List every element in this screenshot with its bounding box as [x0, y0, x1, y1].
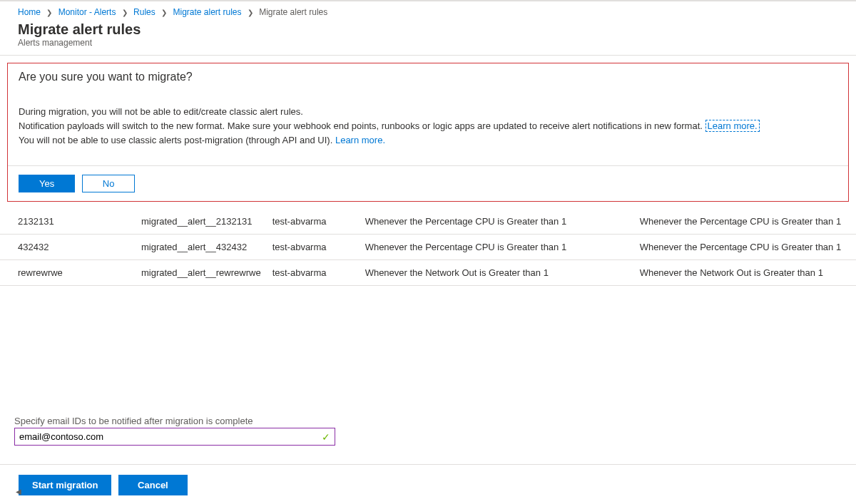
bottom-section: Specify email IDs to be notified after m… [14, 416, 842, 495]
no-button[interactable]: No [82, 175, 136, 192]
breadcrumb-current: Migrate alert rules [259, 7, 327, 17]
confirm-dialog: Are you sure you want to migrate? During… [7, 63, 849, 202]
page-subtitle: Alerts management [18, 38, 838, 48]
rule-name: migrated__alert__432432 [136, 235, 267, 260]
rule-resource: test-abvarma [267, 235, 360, 260]
rule-id: 2132131 [0, 209, 136, 235]
header-divider [0, 55, 856, 56]
learn-more-link-payloads[interactable]: Learn more. [705, 120, 760, 132]
rule-name: migrated__alert__rewrewrwe [136, 260, 267, 286]
breadcrumb-monitor-alerts[interactable]: Monitor - Alerts [58, 7, 116, 17]
cancel-button[interactable]: Cancel [118, 475, 188, 495]
rule-condition: Whenever the Network Out is Greater than… [360, 260, 634, 286]
rules-table: 2132131 migrated__alert__2132131 test-ab… [0, 209, 856, 286]
breadcrumb-migrate-alert-rules[interactable]: Migrate alert rules [173, 7, 241, 17]
rule-resource: test-abvarma [267, 260, 360, 286]
breadcrumb-home[interactable]: Home [18, 7, 41, 17]
rule-id: rewrewrwe [0, 260, 136, 286]
rule-condition2: Whenever the Network Out is Greater than… [634, 260, 856, 286]
confirm-line1: During migration, you will not be able t… [19, 106, 303, 117]
breadcrumb: Home ❯ Monitor - Alerts ❯ Rules ❯ Migrat… [0, 1, 856, 21]
table-row[interactable]: 432432 migrated__alert__432432 test-abva… [0, 235, 856, 260]
confirm-line3-prefix: You will not be able to use classic aler… [19, 135, 335, 145]
page-header: Migrate alert rules Alerts management [0, 21, 856, 55]
chevron-right-icon: ❯ [43, 9, 56, 16]
chevron-right-icon: ❯ [118, 9, 131, 16]
footer-button-row: Start migration Cancel [0, 464, 856, 495]
confirm-button-row: Yes No [19, 166, 837, 192]
start-migration-button[interactable]: Start migration [19, 475, 111, 495]
check-icon: ✓ [322, 431, 330, 443]
confirm-line2-prefix: Notification payloads will switch to the… [19, 120, 705, 131]
scroll-left-icon[interactable]: ◀ [16, 488, 21, 495]
yes-button[interactable]: Yes [19, 175, 75, 192]
email-label: Specify email IDs to be notified after m… [14, 416, 842, 426]
rule-condition: Whenever the Percentage CPU is Greater t… [360, 235, 634, 260]
confirm-title: Are you sure you want to migrate? [19, 71, 837, 83]
table-row[interactable]: 2132131 migrated__alert__2132131 test-ab… [0, 209, 856, 235]
rule-condition: Whenever the Percentage CPU is Greater t… [360, 209, 634, 235]
page-title: Migrate alert rules [18, 21, 838, 38]
rule-condition2: Whenever the Percentage CPU is Greater t… [634, 235, 856, 260]
chevron-right-icon: ❯ [244, 9, 257, 16]
email-input[interactable] [19, 430, 319, 443]
rule-condition2: Whenever the Percentage CPU is Greater t… [634, 209, 856, 235]
rule-resource: test-abvarma [267, 209, 360, 235]
confirm-body: During migration, you will not be able t… [19, 105, 837, 148]
learn-more-link-classic[interactable]: Learn more. [335, 135, 385, 145]
email-input-wrap[interactable]: ✓ [14, 428, 335, 446]
chevron-right-icon: ❯ [158, 9, 170, 16]
breadcrumb-rules[interactable]: Rules [133, 7, 156, 17]
rule-name: migrated__alert__2132131 [136, 209, 267, 235]
rule-id: 432432 [0, 235, 136, 260]
table-row[interactable]: rewrewrwe migrated__alert__rewrewrwe tes… [0, 260, 856, 286]
